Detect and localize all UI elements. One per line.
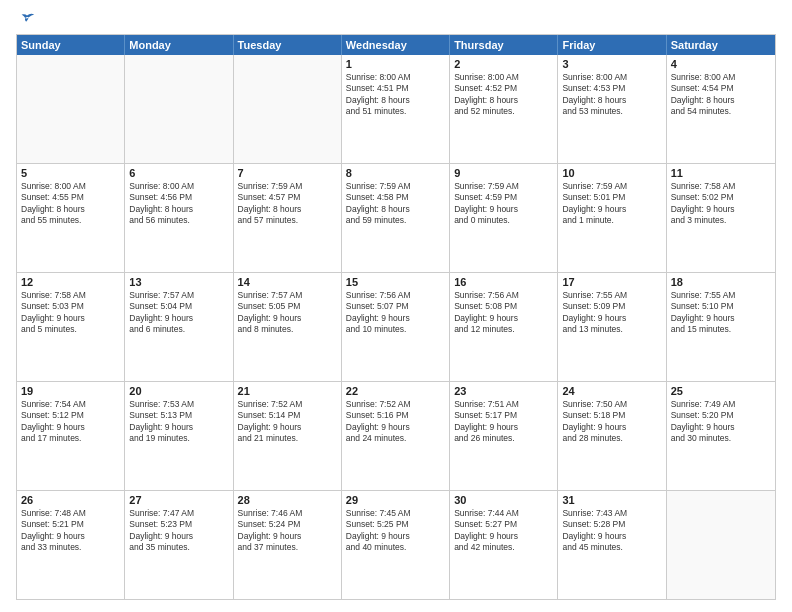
- calendar-cell-3-2: 13Sunrise: 7:57 AM Sunset: 5:04 PM Dayli…: [125, 273, 233, 381]
- day-info: Sunrise: 7:59 AM Sunset: 4:59 PM Dayligh…: [454, 181, 553, 227]
- day-info: Sunrise: 7:58 AM Sunset: 5:03 PM Dayligh…: [21, 290, 120, 336]
- calendar-cell-3-3: 14Sunrise: 7:57 AM Sunset: 5:05 PM Dayli…: [234, 273, 342, 381]
- day-info: Sunrise: 7:45 AM Sunset: 5:25 PM Dayligh…: [346, 508, 445, 554]
- calendar-cell-1-6: 3Sunrise: 8:00 AM Sunset: 4:53 PM Daylig…: [558, 55, 666, 163]
- day-info: Sunrise: 7:47 AM Sunset: 5:23 PM Dayligh…: [129, 508, 228, 554]
- weekday-header-monday: Monday: [125, 35, 233, 55]
- day-number: 26: [21, 494, 120, 506]
- calendar-row-3: 12Sunrise: 7:58 AM Sunset: 5:03 PM Dayli…: [17, 272, 775, 381]
- day-number: 30: [454, 494, 553, 506]
- calendar-cell-2-5: 9Sunrise: 7:59 AM Sunset: 4:59 PM Daylig…: [450, 164, 558, 272]
- calendar-cell-5-7: [667, 491, 775, 599]
- calendar-row-1: 1Sunrise: 8:00 AM Sunset: 4:51 PM Daylig…: [17, 55, 775, 163]
- day-number: 31: [562, 494, 661, 506]
- calendar-cell-1-3: [234, 55, 342, 163]
- day-number: 15: [346, 276, 445, 288]
- calendar-cell-4-5: 23Sunrise: 7:51 AM Sunset: 5:17 PM Dayli…: [450, 382, 558, 490]
- calendar-cell-3-1: 12Sunrise: 7:58 AM Sunset: 5:03 PM Dayli…: [17, 273, 125, 381]
- day-number: 4: [671, 58, 771, 70]
- calendar-cell-4-1: 19Sunrise: 7:54 AM Sunset: 5:12 PM Dayli…: [17, 382, 125, 490]
- day-info: Sunrise: 7:56 AM Sunset: 5:08 PM Dayligh…: [454, 290, 553, 336]
- logo-text: [16, 12, 36, 26]
- day-number: 12: [21, 276, 120, 288]
- calendar-cell-5-4: 29Sunrise: 7:45 AM Sunset: 5:25 PM Dayli…: [342, 491, 450, 599]
- day-info: Sunrise: 8:00 AM Sunset: 4:55 PM Dayligh…: [21, 181, 120, 227]
- day-number: 6: [129, 167, 228, 179]
- day-info: Sunrise: 8:00 AM Sunset: 4:51 PM Dayligh…: [346, 72, 445, 118]
- day-info: Sunrise: 7:53 AM Sunset: 5:13 PM Dayligh…: [129, 399, 228, 445]
- day-number: 20: [129, 385, 228, 397]
- day-number: 3: [562, 58, 661, 70]
- day-info: Sunrise: 7:54 AM Sunset: 5:12 PM Dayligh…: [21, 399, 120, 445]
- calendar-cell-5-6: 31Sunrise: 7:43 AM Sunset: 5:28 PM Dayli…: [558, 491, 666, 599]
- day-info: Sunrise: 7:59 AM Sunset: 4:57 PM Dayligh…: [238, 181, 337, 227]
- calendar-body: 1Sunrise: 8:00 AM Sunset: 4:51 PM Daylig…: [17, 55, 775, 599]
- day-number: 5: [21, 167, 120, 179]
- day-number: 9: [454, 167, 553, 179]
- day-number: 16: [454, 276, 553, 288]
- day-info: Sunrise: 8:00 AM Sunset: 4:54 PM Dayligh…: [671, 72, 771, 118]
- day-info: Sunrise: 7:44 AM Sunset: 5:27 PM Dayligh…: [454, 508, 553, 554]
- day-info: Sunrise: 7:52 AM Sunset: 5:16 PM Dayligh…: [346, 399, 445, 445]
- weekday-header-thursday: Thursday: [450, 35, 558, 55]
- calendar-cell-3-6: 17Sunrise: 7:55 AM Sunset: 5:09 PM Dayli…: [558, 273, 666, 381]
- calendar-cell-3-5: 16Sunrise: 7:56 AM Sunset: 5:08 PM Dayli…: [450, 273, 558, 381]
- calendar-cell-1-1: [17, 55, 125, 163]
- day-number: 14: [238, 276, 337, 288]
- day-number: 11: [671, 167, 771, 179]
- day-info: Sunrise: 7:46 AM Sunset: 5:24 PM Dayligh…: [238, 508, 337, 554]
- day-number: 25: [671, 385, 771, 397]
- day-number: 7: [238, 167, 337, 179]
- calendar-cell-2-2: 6Sunrise: 8:00 AM Sunset: 4:56 PM Daylig…: [125, 164, 233, 272]
- day-number: 28: [238, 494, 337, 506]
- day-info: Sunrise: 7:43 AM Sunset: 5:28 PM Dayligh…: [562, 508, 661, 554]
- weekday-header-wednesday: Wednesday: [342, 35, 450, 55]
- day-info: Sunrise: 8:00 AM Sunset: 4:53 PM Dayligh…: [562, 72, 661, 118]
- calendar-row-2: 5Sunrise: 8:00 AM Sunset: 4:55 PM Daylig…: [17, 163, 775, 272]
- day-number: 21: [238, 385, 337, 397]
- calendar-cell-3-7: 18Sunrise: 7:55 AM Sunset: 5:10 PM Dayli…: [667, 273, 775, 381]
- weekday-header-tuesday: Tuesday: [234, 35, 342, 55]
- day-number: 29: [346, 494, 445, 506]
- day-number: 10: [562, 167, 661, 179]
- logo-bird-icon: [18, 12, 36, 26]
- day-number: 22: [346, 385, 445, 397]
- day-info: Sunrise: 8:00 AM Sunset: 4:56 PM Dayligh…: [129, 181, 228, 227]
- weekday-header-saturday: Saturday: [667, 35, 775, 55]
- calendar-cell-4-2: 20Sunrise: 7:53 AM Sunset: 5:13 PM Dayli…: [125, 382, 233, 490]
- day-info: Sunrise: 7:58 AM Sunset: 5:02 PM Dayligh…: [671, 181, 771, 227]
- calendar-cell-2-1: 5Sunrise: 8:00 AM Sunset: 4:55 PM Daylig…: [17, 164, 125, 272]
- day-info: Sunrise: 7:52 AM Sunset: 5:14 PM Dayligh…: [238, 399, 337, 445]
- calendar: SundayMondayTuesdayWednesdayThursdayFrid…: [16, 34, 776, 600]
- calendar-cell-1-4: 1Sunrise: 8:00 AM Sunset: 4:51 PM Daylig…: [342, 55, 450, 163]
- day-number: 24: [562, 385, 661, 397]
- calendar-cell-1-5: 2Sunrise: 8:00 AM Sunset: 4:52 PM Daylig…: [450, 55, 558, 163]
- calendar-cell-2-4: 8Sunrise: 7:59 AM Sunset: 4:58 PM Daylig…: [342, 164, 450, 272]
- calendar-cell-3-4: 15Sunrise: 7:56 AM Sunset: 5:07 PM Dayli…: [342, 273, 450, 381]
- header: [16, 12, 776, 26]
- logo: [16, 12, 36, 26]
- day-info: Sunrise: 7:50 AM Sunset: 5:18 PM Dayligh…: [562, 399, 661, 445]
- day-info: Sunrise: 7:55 AM Sunset: 5:10 PM Dayligh…: [671, 290, 771, 336]
- calendar-cell-1-7: 4Sunrise: 8:00 AM Sunset: 4:54 PM Daylig…: [667, 55, 775, 163]
- calendar-cell-2-6: 10Sunrise: 7:59 AM Sunset: 5:01 PM Dayli…: [558, 164, 666, 272]
- day-info: Sunrise: 7:56 AM Sunset: 5:07 PM Dayligh…: [346, 290, 445, 336]
- day-info: Sunrise: 7:49 AM Sunset: 5:20 PM Dayligh…: [671, 399, 771, 445]
- day-info: Sunrise: 7:48 AM Sunset: 5:21 PM Dayligh…: [21, 508, 120, 554]
- day-number: 8: [346, 167, 445, 179]
- day-number: 2: [454, 58, 553, 70]
- day-number: 13: [129, 276, 228, 288]
- calendar-cell-5-5: 30Sunrise: 7:44 AM Sunset: 5:27 PM Dayli…: [450, 491, 558, 599]
- calendar-cell-5-3: 28Sunrise: 7:46 AM Sunset: 5:24 PM Dayli…: [234, 491, 342, 599]
- calendar-cell-1-2: [125, 55, 233, 163]
- weekday-header-friday: Friday: [558, 35, 666, 55]
- day-info: Sunrise: 7:55 AM Sunset: 5:09 PM Dayligh…: [562, 290, 661, 336]
- day-number: 27: [129, 494, 228, 506]
- day-number: 1: [346, 58, 445, 70]
- calendar-cell-2-7: 11Sunrise: 7:58 AM Sunset: 5:02 PM Dayli…: [667, 164, 775, 272]
- calendar-row-4: 19Sunrise: 7:54 AM Sunset: 5:12 PM Dayli…: [17, 381, 775, 490]
- calendar-cell-2-3: 7Sunrise: 7:59 AM Sunset: 4:57 PM Daylig…: [234, 164, 342, 272]
- calendar-cell-5-2: 27Sunrise: 7:47 AM Sunset: 5:23 PM Dayli…: [125, 491, 233, 599]
- day-info: Sunrise: 7:57 AM Sunset: 5:04 PM Dayligh…: [129, 290, 228, 336]
- calendar-cell-4-4: 22Sunrise: 7:52 AM Sunset: 5:16 PM Dayli…: [342, 382, 450, 490]
